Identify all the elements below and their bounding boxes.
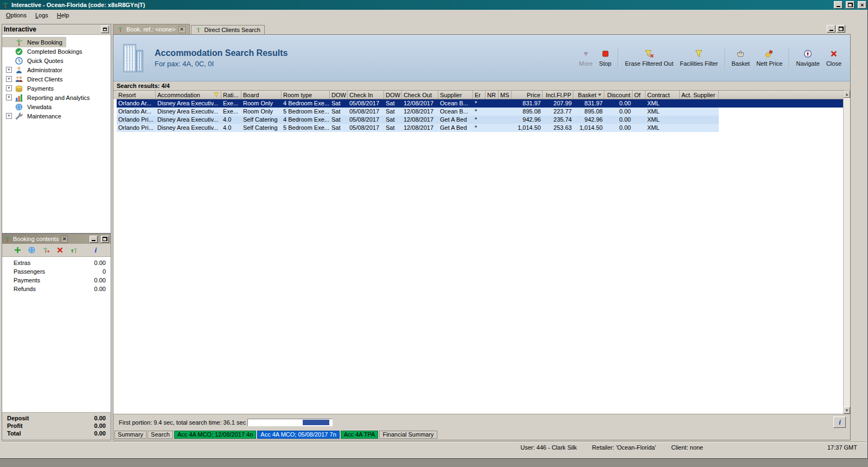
export-button[interactable] (41, 245, 50, 255)
column-header-check-in[interactable]: Check In (348, 91, 384, 99)
world-button[interactable] (27, 245, 36, 255)
menu-options[interactable]: Options (2, 11, 31, 20)
booking-item-payments[interactable]: Payments0.00 (2, 276, 111, 285)
facilities-filter-button[interactable]: Facilities Filter (676, 48, 721, 68)
result-row[interactable]: Orlando Pri...Disney Area Executiv...4.0… (113, 124, 719, 132)
total-deposit: Deposit0.00 (7, 414, 106, 422)
palm-tree-icon (15, 38, 23, 47)
cell-er: * (473, 99, 486, 108)
document-tab-book-ref-none[interactable]: Book. ref.: <none>✕ (113, 24, 190, 34)
column-header-basket[interactable]: Basket (573, 91, 604, 99)
expand-icon[interactable]: + (6, 76, 12, 82)
cell-check-in: 05/08/2017 (348, 124, 384, 132)
sidebar-item-administrator[interactable]: +Administrator (2, 65, 111, 74)
navigate-button[interactable]: Navigate (793, 48, 822, 68)
tab-label: Book. ref.: <none> (126, 26, 176, 33)
info-button[interactable]: i (91, 245, 100, 255)
sidebar-item-maintenance[interactable]: +Maintenance (2, 111, 111, 121)
view-tab-acc-4a-mco-05-08-2017-7n[interactable]: Acc 4A MCO; 05/08/2017 7n (257, 431, 339, 439)
booking-item-passengers[interactable]: Passengers0 (2, 267, 111, 276)
bar-chart-icon (15, 93, 23, 102)
cell-dow: Sat (330, 108, 348, 116)
cell-resort: Orlando Ar... (117, 99, 156, 108)
column-header-price[interactable]: Price (512, 91, 542, 99)
sidebar-item-quick-quotes[interactable]: Quick Quotes (2, 56, 111, 65)
sidebar-item-payments[interactable]: +Payments (2, 84, 111, 93)
expand-icon[interactable]: + (6, 94, 12, 100)
booking-contents-restore-button[interactable] (101, 236, 109, 243)
column-header-board[interactable]: Board (241, 91, 282, 99)
close-button[interactable]: Close (823, 48, 845, 68)
booking-contents-close-icon[interactable]: ✕ (61, 236, 68, 243)
sidebar-item-new-booking[interactable]: New Booking (2, 37, 66, 47)
column-header-resort[interactable]: Resort (117, 91, 156, 99)
sidebar-item-viewdata[interactable]: Viewdata (2, 102, 111, 111)
view-tab-acc-4a-mco-12-08-2017-4n[interactable]: Acc 4A MCO; 12/08/2017 4n (174, 431, 256, 439)
expand-icon[interactable]: + (6, 113, 12, 119)
column-header-check-out[interactable]: Check Out (402, 91, 438, 99)
booking-item-extras[interactable]: Extras0.00 (2, 258, 111, 267)
cell-basket: 831.97 (573, 99, 604, 108)
vertical-scrollbar[interactable]: ▲ ▼ (843, 91, 850, 414)
cell-room-type: 5 Bedroom Exe... (282, 108, 330, 116)
sidebar-item-label: Maintenance (26, 112, 62, 120)
tab-close-icon[interactable]: ✕ (178, 26, 186, 33)
menu-help[interactable]: Help (53, 11, 74, 20)
sort-desc-icon[interactable] (597, 92, 602, 97)
delete-button[interactable] (55, 245, 65, 255)
restore-button[interactable] (846, 1, 854, 9)
document-tab-direct-clients-search[interactable]: Direct Clients Search (191, 25, 265, 34)
result-row[interactable]: Orlando Ar...Disney Area Executiv...Exe.… (113, 108, 719, 116)
close-button[interactable]: × (858, 1, 866, 9)
column-header-act-supplier[interactable]: Act. Supplier (680, 91, 719, 99)
column-header-accommodation[interactable]: Accommodation (156, 91, 221, 99)
column-header-of[interactable]: Of (633, 91, 646, 99)
child-minimize-button[interactable] (827, 25, 835, 33)
column-header-nr[interactable]: NR (486, 91, 499, 99)
stop-button[interactable]: Stop (596, 48, 615, 68)
expand-icon[interactable]: + (6, 85, 12, 91)
nett-price-button[interactable]: Nett Price (753, 48, 786, 68)
info-button[interactable]: i (833, 416, 846, 428)
view-tab-financial-summary[interactable]: Financial Summary (379, 431, 437, 439)
add-button[interactable] (13, 245, 22, 255)
erase-filtered-out-button[interactable]: Erase Filtered Out (622, 48, 676, 68)
filter-funnel-icon (694, 49, 703, 59)
sidebar-item-reporting-and-analytics[interactable]: +Reporting and Analytics (2, 93, 111, 102)
child-restore-button[interactable] (837, 25, 845, 33)
result-row[interactable]: Orlando Pri...Disney Area Executiv...4.0… (113, 116, 719, 124)
filter-funnel-icon[interactable] (213, 92, 219, 98)
panel-collapse-button[interactable] (101, 26, 109, 33)
sidebar-item-completed-bookings[interactable]: Completed Bookings (2, 47, 111, 56)
menu-logs[interactable]: Logs (31, 11, 53, 20)
column-header-supplier[interactable]: Supplier (438, 91, 473, 99)
column-header-rati[interactable]: Rati... (221, 91, 241, 99)
sidebar-item-label: Quick Quotes (26, 57, 65, 65)
booking-item-refunds[interactable]: Refunds0.00 (2, 285, 111, 293)
minimize-button[interactable] (834, 1, 843, 9)
column-header-ms[interactable]: MS (499, 91, 512, 99)
column-header-dow[interactable]: DOW (384, 91, 402, 99)
scroll-up-icon[interactable]: ▲ (844, 91, 850, 98)
column-header-er[interactable]: Er (473, 91, 486, 99)
expand-spacer (6, 58, 12, 64)
result-row[interactable]: Orlando Ar...Disney Area Executiv...Exe.… (113, 99, 850, 108)
view-tab-acc-4a-tpa[interactable]: Acc 4A TPA (341, 431, 379, 439)
column-header-discount[interactable]: Discount (604, 91, 633, 99)
search-status-strip: First portion: 9.4 sec, total search tim… (113, 414, 850, 430)
column-header-incl-fl-pp[interactable]: Incl.Fl.PP (542, 91, 573, 99)
expand-icon[interactable]: + (6, 67, 12, 73)
column-header-contract[interactable]: Contract (646, 91, 680, 99)
cell-act-supplier (680, 124, 719, 132)
upload-button[interactable] (69, 245, 79, 255)
scroll-down-icon[interactable]: ▼ (844, 407, 850, 414)
column-header-room-type[interactable]: Room type (282, 91, 330, 99)
view-tab-summary[interactable]: Summary (114, 431, 146, 439)
column-header-dow[interactable]: DOW (330, 91, 348, 99)
view-tab-search[interactable]: Search (148, 431, 173, 439)
sidebar-item-direct-clients[interactable]: +Direct Clients (2, 74, 111, 84)
booking-contents-minimize-button[interactable] (90, 236, 98, 243)
more-button[interactable]: More (576, 48, 596, 68)
basket-button[interactable]: Basket (729, 48, 754, 68)
cell-of (633, 99, 646, 108)
